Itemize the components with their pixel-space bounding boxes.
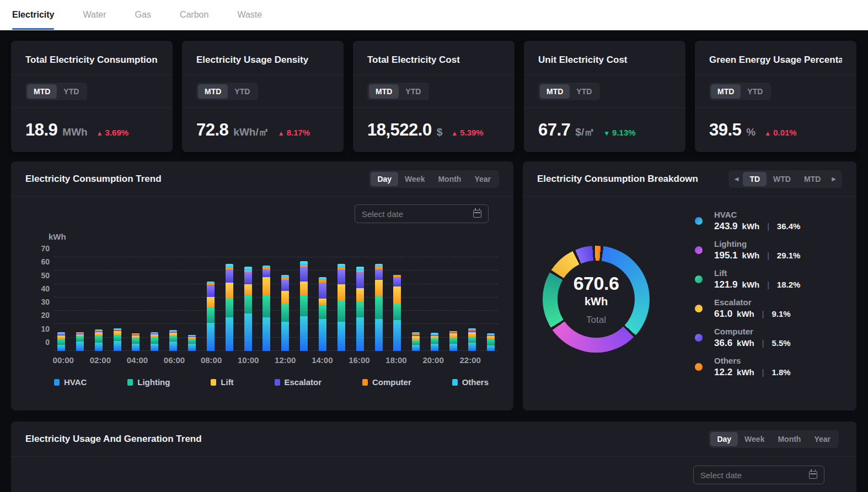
range-wtd[interactable]: WTD [767,172,797,186]
mtd-option[interactable]: MTD [369,84,399,99]
breakdown-row-lift[interactable]: Lift 121.9kWh|18.2% [695,268,800,290]
bottom-date-picker[interactable]: Select date [693,466,824,484]
mtd-option[interactable]: MTD [540,84,570,99]
kpi-title: Total Electricity Consumption [25,55,158,66]
lift-segment [300,282,308,295]
ytd-option[interactable]: YTD [570,84,598,99]
legend-item-lighting[interactable]: Lighting [127,377,170,387]
bar-00:00[interactable] [57,257,65,351]
lighting-segment [76,336,84,342]
escalator-segment [356,272,364,288]
bar-18:00[interactable] [393,257,401,351]
range-month[interactable]: Month [431,172,468,186]
escalator-segment [226,269,233,283]
mtd-ytd-toggle: MTD YTD [709,83,771,100]
lighting-segment [412,340,420,345]
bar-10:00[interactable] [244,257,252,351]
ytd-option[interactable]: YTD [399,84,427,99]
up-arrow-icon: ▲ [278,129,285,137]
range-day[interactable]: Day [710,432,738,446]
mtd-option[interactable]: MTD [27,84,57,99]
ytd-option[interactable]: YTD [57,84,85,99]
legend-item-computer[interactable]: Computer [362,377,411,387]
down-arrow-icon: ▼ [603,129,610,137]
range-year[interactable]: Year [807,432,837,446]
range-week[interactable]: Week [398,172,431,186]
lift-swatch-icon [211,379,216,386]
lift-segment [337,284,345,300]
trend-date-picker[interactable]: Select date [355,204,489,223]
breakdown-row-escalator[interactable]: Escalator 61.0kWh|9.1% [695,298,800,320]
hvac-segment [57,345,65,351]
range-day[interactable]: Day [371,172,398,186]
bar-20:00[interactable] [431,257,438,351]
hvac-segment [114,341,121,351]
tab-carbon[interactable]: Carbon [180,0,208,30]
bar-12:00[interactable] [281,257,289,351]
bar-11:00[interactable] [262,257,270,351]
bar-05:00[interactable] [151,257,158,351]
bar-07:00[interactable] [188,257,196,351]
donut-center: 670.6 kWh Total [558,261,635,338]
breakdown-row-computer[interactable]: Computer 36.6kWh|5.5% [695,327,800,349]
range-year[interactable]: Year [468,172,497,186]
lighting-segment [375,296,383,318]
date-placeholder: Select date [362,209,403,219]
tab-gas[interactable]: Gas [135,0,151,30]
bar-02:00[interactable] [95,257,103,351]
lift-segment [244,284,252,295]
range-mtd[interactable]: MTD [797,172,827,186]
mtd-option[interactable]: MTD [198,84,228,99]
hvac-segment [169,342,177,351]
breakdown-row-hvac[interactable]: HVAC 243.9kWh|36.4% [695,210,800,232]
others-segment [337,264,345,268]
legend-item-hvac[interactable]: HVAC [54,377,87,387]
hvac-segment [393,320,401,351]
bar-04:00[interactable] [132,257,140,351]
range-td[interactable]: TD [743,172,767,186]
legend-item-escalator[interactable]: Escalator [275,377,322,387]
usage-generation-panel: Electricity Usage And Generation Trend D… [11,421,856,492]
kpi-delta: ▲5.39% [451,128,483,137]
hvac-segment [76,342,84,351]
hvac-segment [356,317,364,351]
donut-chart: 670.6 kWh Total [543,246,650,353]
kpi-delta: ▼9.13% [603,128,635,137]
x-tick-label: 04:00 [127,355,148,365]
calendar-icon [809,471,817,479]
bar-15:00[interactable] [337,257,345,351]
kpi-title: Total Electricity Cost [367,55,460,66]
x-tick-label: 20:00 [422,355,443,365]
bar-09:00[interactable] [226,257,233,351]
legend-item-others[interactable]: Others [452,377,489,387]
bar-13:00[interactable] [300,257,308,351]
bar-21:00[interactable] [449,257,457,351]
bar-03:00[interactable] [114,257,121,351]
tab-electricity[interactable]: Electricity [12,0,54,30]
legend-item-lift[interactable]: Lift [211,377,233,387]
bar-06:00[interactable] [169,257,177,351]
ytd-option[interactable]: YTD [741,84,769,99]
range-week[interactable]: Week [738,432,771,446]
escalator-segment [244,272,252,284]
next-arrow-icon[interactable]: ▶ [827,172,840,186]
tab-waste[interactable]: Waste [237,0,262,30]
bar-01:00[interactable] [76,257,84,351]
breakdown-row-others[interactable]: Others 12.2kWh|1.8% [695,356,800,378]
bar-08:00[interactable] [207,257,215,351]
escalator-segment [319,283,326,299]
bar-22:00[interactable] [468,257,476,351]
ytd-option[interactable]: YTD [228,84,256,99]
bar-23:00[interactable] [487,257,495,351]
breakdown-row-lighting[interactable]: Lighting 195.1kWh|29.1% [695,239,800,261]
hvac-segment [319,319,326,351]
bar-16:00[interactable] [356,257,364,351]
bar-19:00[interactable] [412,257,420,351]
prev-arrow-icon[interactable]: ◀ [730,172,743,186]
bar-14:00[interactable] [319,257,326,351]
mtd-option[interactable]: MTD [711,84,741,99]
range-month[interactable]: Month [771,432,807,446]
bar-17:00[interactable] [375,257,383,351]
lift-segment [375,280,383,296]
tab-water[interactable]: Water [83,0,106,30]
